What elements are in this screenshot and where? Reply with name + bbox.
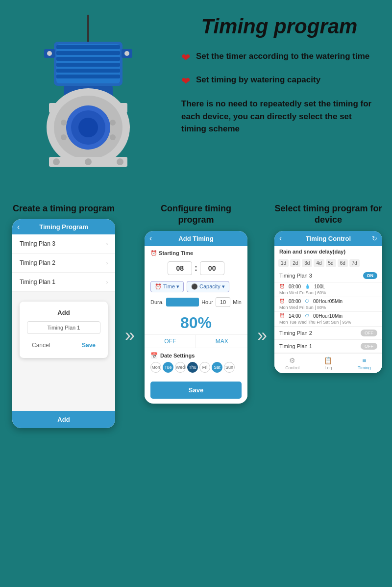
list-item-plan2[interactable]: Timing Plan 2 › (12, 254, 115, 273)
plan2-name: Timing Plan 2 (279, 330, 312, 336)
day-btn-2d[interactable]: 2d (290, 259, 300, 267)
nav-log-label: Log (324, 365, 332, 370)
refresh-icon[interactable]: ↻ (372, 235, 377, 242)
product-image (15, 15, 172, 183)
max-button[interactable]: MAX (196, 335, 247, 348)
day-btn-4d[interactable]: 4d (314, 259, 324, 267)
cancel-button[interactable]: Cancel (27, 340, 55, 351)
plan3-entry1: ⏰ 08:00 💧 100L Mon Wed Fri Sun | 60% (274, 282, 382, 297)
phone-header-3: ‹ Timing Control ↻ (274, 231, 382, 246)
date-settings: 📅 Date Settings Mon Tue Wed Thu Fri Sat … (145, 348, 247, 377)
days-row: Mon Tue Wed Thu Fri Sat Sun (150, 362, 242, 373)
arrow-2: » (257, 242, 267, 428)
nav-timing-label: Timing (358, 365, 371, 370)
plan3-toggle-row[interactable]: Timing Plan 3 ON (274, 269, 382, 282)
day-tue[interactable]: Tue (163, 362, 173, 373)
entry3-time: 14:00 (289, 313, 301, 319)
off-button[interactable]: OFF (145, 335, 196, 348)
toggle-off-plan2[interactable]: OFF (361, 330, 377, 336)
day-sat[interactable]: Sat (212, 362, 222, 373)
nav-timing[interactable]: ≡ Timing (346, 357, 382, 370)
dura-label: Dura. (150, 299, 164, 305)
percent-display: 80% (145, 309, 247, 334)
day-btn-7d[interactable]: 7d (349, 259, 360, 267)
calendar-icon: 📅 (150, 352, 158, 359)
off-max-row: OFF MAX (145, 334, 247, 348)
day-btn-6d[interactable]: 6d (338, 259, 348, 267)
plan2-toggle-row[interactable]: Timing Plan 2 OFF (274, 327, 382, 340)
nav-control-label: Control (285, 365, 299, 370)
plan2-label: Timing Plan 2 (20, 259, 55, 266)
right-content: Timing program ❤ Set the timer according… (172, 15, 377, 135)
hour-box[interactable]: 08 (168, 261, 192, 275)
add-dialog-title: Add (27, 309, 100, 316)
log-icon: 📋 (324, 357, 332, 364)
list-item-plan3[interactable]: Timing Plan 3 › (12, 234, 115, 254)
day-btn-3d[interactable]: 3d (302, 259, 312, 267)
day-wed[interactable]: Wed (175, 362, 186, 373)
day-btn-1d[interactable]: 1d (278, 259, 289, 267)
phone-header-1: ‹ Timing Program (12, 219, 115, 234)
page-title: Timing program (181, 15, 377, 38)
day-mon[interactable]: Mon (150, 362, 161, 373)
min-label: Min (233, 299, 242, 305)
heart-icon-2: ❤ (181, 75, 190, 88)
step-1-title: Create a timing program (13, 203, 115, 214)
day-thu[interactable]: Thu (187, 362, 198, 373)
phone-header-title-2: Add Timing (178, 235, 213, 242)
hour-label: Hour (201, 299, 213, 305)
entry1-days: Mon Wed Fri Sun | 60% (279, 290, 377, 295)
save-button-timing[interactable]: Save (150, 382, 242, 399)
top-section: Timing program ❤ Set the timer according… (0, 0, 392, 193)
phone-header-title-3: Timing Control (306, 235, 351, 242)
svg-rect-7 (56, 63, 120, 67)
min-value[interactable]: 10 (216, 297, 230, 307)
time-row: 08 : 00 (145, 258, 247, 278)
day-sun[interactable]: Sun (224, 362, 235, 373)
step-2-title: Configure timing program (142, 203, 250, 226)
phone-header-2: ‹ Add Timing (145, 231, 247, 246)
steps-row: Create a timing program ‹ Timing Program… (10, 203, 382, 428)
capacity-select[interactable]: ⚫ Capacity ▾ (187, 281, 229, 292)
entry1-time: 08:00 (289, 284, 301, 289)
phone-body-1: Timing Plan 3 › Timing Plan 2 › Timing P… (12, 234, 115, 411)
day-buttons-row: 1d 2d 3d 4d 5d 6d 7d (274, 257, 382, 269)
back-arrow-3[interactable]: ‹ (279, 234, 282, 243)
day-btn-5d[interactable]: 5d (326, 259, 336, 267)
feature-text-2: Set timing by watering capacity (196, 74, 320, 86)
toggle-off-plan1[interactable]: OFF (361, 343, 377, 350)
nav-log[interactable]: 📋 Log (310, 357, 346, 370)
rain-delay-label: Rain and snow delay(day) (274, 246, 382, 257)
bottom-nav: ⚙ Control 📋 Log ≡ Timing (274, 353, 382, 373)
phone-mockup-2: ‹ Add Timing ⏰ Starting Time 08 : 00 ⏰ (145, 231, 247, 404)
day-fri[interactable]: Fri (199, 362, 210, 373)
starting-time-label: ⏰ Starting Time (145, 246, 247, 258)
control-icon: ⚙ (289, 357, 295, 364)
list-item-plan1[interactable]: Timing Plan 1 › (12, 273, 115, 292)
phone-footer-add[interactable]: Add (12, 411, 115, 428)
toggle-on-plan3[interactable]: ON (363, 272, 378, 279)
entry2-duration: 00Hour05Min (313, 299, 343, 304)
back-arrow-2[interactable]: ‹ (149, 234, 152, 243)
plan3-entry2: ⏰ 08:00 ⏱ 00Hour05Min Mon Wed Fri Sun | … (274, 297, 382, 312)
svg-rect-6 (56, 57, 120, 61)
phone-mockup-3: ‹ Timing Control ↻ Rain and snow delay(d… (274, 231, 382, 373)
entry1-capacity: 100L (314, 284, 325, 289)
dura-box (166, 298, 199, 306)
feature-item-1: ❤ Set the timer according to the waterin… (181, 51, 377, 64)
entry3-days: Mon Tue Wed Thu Fri Sat Sun | 95% (279, 320, 377, 325)
step-3-title: Select timing program for device (274, 203, 382, 226)
plan1-toggle-row[interactable]: Timing Plan 1 OFF (274, 340, 382, 353)
back-arrow-1[interactable]: ‹ (17, 223, 20, 231)
add-dialog: Add Timing Plan 1 Cancel Save (20, 302, 108, 358)
time-select[interactable]: ⏰ Time ▾ (150, 281, 184, 292)
plan1-name: Timing Plan 1 (279, 343, 312, 349)
dura-row: Dura. Hour 10 Min (145, 295, 247, 309)
minute-box[interactable]: 00 (200, 261, 224, 275)
feature-text-1: Set the timer according to the watering … (196, 51, 369, 62)
add-input[interactable]: Timing Plan 1 (27, 321, 100, 334)
save-button[interactable]: Save (77, 340, 100, 351)
arrow-1: » (125, 242, 135, 428)
nav-control[interactable]: ⚙ Control (274, 357, 310, 370)
plan3-label: Timing Plan 3 (20, 240, 55, 247)
